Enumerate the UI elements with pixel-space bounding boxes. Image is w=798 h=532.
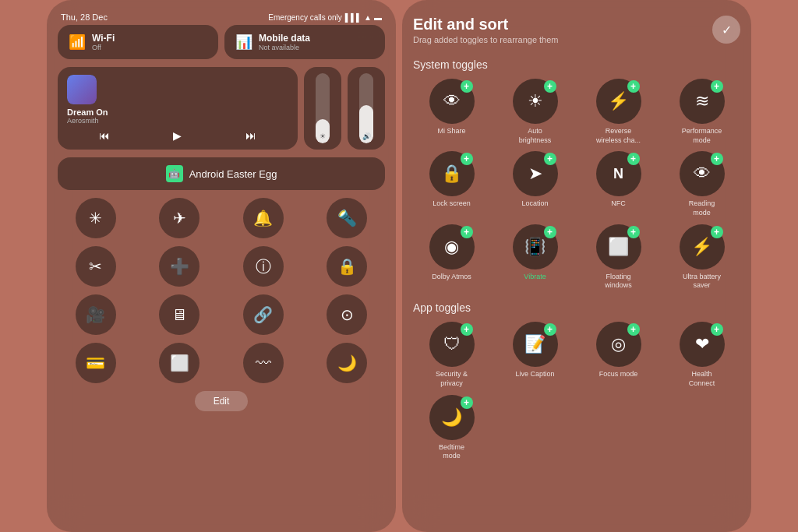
floating-windows-icon: ⬜	[608, 237, 629, 257]
squiggle-toggle[interactable]: 〰	[243, 343, 284, 383]
app-toggles-grid: 🛡 + Security & privacy 📝 + Live Caption …	[413, 322, 740, 461]
next-button[interactable]: ⏭	[245, 129, 256, 142]
live-caption-label: Live Caption	[515, 370, 554, 379]
confirm-button[interactable]: ✓	[712, 16, 740, 44]
target-icon: ⊙	[341, 305, 354, 324]
toggle-focus-mode[interactable]: ◎ + Focus mode	[580, 322, 657, 388]
flashlight-toggle[interactable]: 🔦	[327, 198, 367, 238]
camera-toggle[interactable]: 🎥	[76, 294, 116, 335]
ultra-battery-plus: +	[711, 226, 723, 238]
screen-icon: 🖥	[171, 306, 187, 324]
brightness-icon: ☀	[320, 132, 326, 140]
mobile-tile-label: Mobile data	[259, 33, 310, 44]
emergency-text: Emergency calls only	[268, 13, 341, 22]
moon-toggle[interactable]: 🌙	[327, 343, 367, 383]
health-connect-plus: +	[711, 323, 723, 336]
bell-toggle[interactable]: 🔔	[243, 198, 284, 238]
signal-icon: ▌▌▌	[345, 13, 362, 22]
info-toggle[interactable]: ⓘ	[243, 246, 284, 287]
toggle-mi-share[interactable]: 👁 + Mi Share	[413, 79, 490, 145]
health-connect-label: Health Connect	[680, 370, 725, 388]
toggle-performance[interactable]: ≋ + Performance mode	[663, 79, 740, 145]
edit-btn-wrap: Edit	[58, 391, 385, 411]
reading-mode-label: Reading mode	[680, 199, 725, 217]
prev-button[interactable]: ⏮	[99, 129, 110, 142]
ultra-battery-circle: ⚡ +	[680, 224, 725, 270]
focus-mode-icon: ◎	[611, 334, 626, 354]
toggle-security-privacy[interactable]: 🛡 + Security & privacy	[413, 322, 490, 388]
right-bg	[751, 0, 798, 532]
wifi-icon: ▲	[364, 13, 372, 22]
mobile-tile-icon: 📊	[235, 33, 252, 51]
reverse-wireless-circle: ⚡ +	[596, 79, 641, 124]
mobile-tile[interactable]: 📊 Mobile data Not available	[224, 25, 385, 59]
app-toggles-label: App toggles	[413, 301, 740, 314]
airplane-toggle[interactable]: ✈	[159, 198, 200, 238]
airplane-icon: ✈	[173, 209, 186, 227]
link-icon: 🔗	[253, 305, 273, 324]
mobile-tile-sub: Not available	[259, 44, 310, 51]
status-icons: ▌▌▌ ▲ ▬	[345, 13, 382, 22]
bedtime-circle: 🌙 +	[429, 395, 475, 440]
edit-button[interactable]: Edit	[195, 391, 249, 411]
toggle-location[interactable]: ➤ + Location	[496, 151, 574, 217]
volume-slider-card[interactable]: 🔊	[348, 67, 385, 150]
right-panel-content: Edit and sort Drag added toggles to rear…	[402, 0, 751, 532]
location-icon: ➤	[528, 164, 542, 184]
link-toggle[interactable]: 🔗	[243, 294, 284, 335]
toggle-auto-brightness[interactable]: ☀ + Auto brightness	[496, 79, 574, 145]
auto-brightness-circle: ☀ +	[513, 79, 558, 124]
location-plus: +	[544, 153, 556, 165]
toggle-nfc[interactable]: N + NFC	[580, 151, 657, 217]
brightness-slider-card[interactable]: ☀	[304, 67, 341, 150]
battery-icon: ▬	[374, 13, 382, 22]
reverse-wireless-label: Reverse wireless cha...	[596, 127, 641, 145]
toggle-lock-screen[interactable]: 🔒 + Lock screen	[413, 151, 490, 217]
play-button[interactable]: ▶	[173, 129, 182, 142]
toggle-ultra-battery[interactable]: ⚡ + Ultra battery saver	[663, 224, 740, 291]
scissors-toggle[interactable]: ✂	[76, 246, 116, 287]
bell-icon: 🔔	[253, 209, 273, 227]
firstaid-toggle[interactable]: ➕	[159, 246, 200, 287]
nfc-icon: N	[613, 166, 623, 182]
toggle-reverse-wireless[interactable]: ⚡ + Reverse wireless cha...	[580, 79, 657, 145]
reading-mode-circle: 👁 +	[680, 151, 725, 196]
dolby-label: Dolby Atmos	[432, 273, 471, 282]
android-egg-button[interactable]: 🤖 Android Easter Egg	[58, 157, 385, 190]
squiggle-icon: 〰	[256, 354, 271, 372]
performance-label: Performance mode	[680, 127, 725, 145]
toggle-live-caption[interactable]: 📝 + Live Caption	[496, 322, 574, 388]
wifi-tile[interactable]: 📶 Wi-Fi Off	[58, 25, 218, 59]
card-toggle[interactable]: 💳	[76, 343, 116, 383]
lockscreen-toggle[interactable]: 🔒	[327, 246, 367, 287]
toggle-floating-windows[interactable]: ⬜ + Floating windows	[580, 224, 657, 291]
target-toggle[interactable]: ⊙	[327, 294, 367, 335]
bluetooth-toggle[interactable]: ✳	[76, 198, 116, 238]
icon-row-1: ✳ ✈ 🔔 🔦	[58, 198, 385, 238]
brightness-track: ☀	[316, 73, 330, 143]
edit-sort-title: Edit and sort	[413, 16, 559, 33]
media-title: Dream On	[67, 107, 288, 117]
performance-circle: ≋ +	[680, 79, 725, 124]
floating-windows-label: Floating windows	[596, 273, 641, 291]
media-card[interactable]: Dream On Aerosmith ⏮ ▶ ⏭	[58, 67, 298, 150]
auto-brightness-plus: +	[544, 80, 556, 93]
lock-screen-circle: 🔒 +	[429, 151, 475, 196]
nfc-plus: +	[627, 153, 640, 165]
quick-tiles: 📶 Wi-Fi Off 📊 Mobile data Not available	[58, 25, 385, 59]
toggle-dolby[interactable]: ◉ + Dolby Atmos	[413, 224, 490, 291]
lockscreen-icon: 🔒	[337, 257, 357, 276]
toggle-bedtime[interactable]: 🌙 + Bedtime mode	[413, 395, 490, 461]
security-icon: 🛡	[443, 334, 461, 354]
screen-toggle[interactable]: 🖥	[159, 294, 200, 335]
scan-toggle[interactable]: ⬜	[159, 343, 200, 383]
toggle-vibrate[interactable]: 📳 + Vibrate	[496, 224, 574, 291]
toggle-health-connect[interactable]: ❤ + Health Connect	[663, 322, 740, 388]
floating-windows-circle: ⬜ +	[596, 224, 641, 270]
live-caption-plus: +	[544, 323, 556, 336]
mobile-tile-text: Mobile data Not available	[259, 33, 310, 51]
toggle-reading-mode[interactable]: 👁 + Reading mode	[663, 151, 740, 217]
security-plus: +	[461, 323, 473, 336]
right-panel: Edit and sort Drag added toggles to rear…	[402, 0, 751, 532]
security-circle: 🛡 +	[429, 322, 475, 367]
